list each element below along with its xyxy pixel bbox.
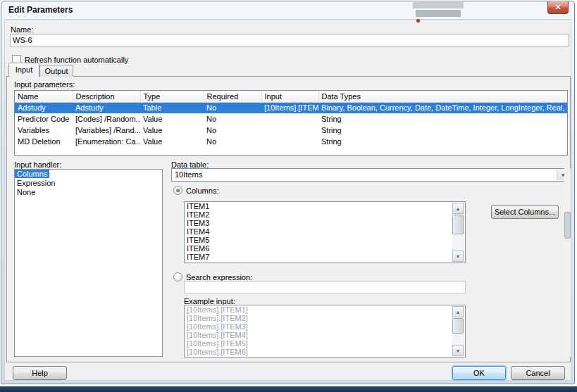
dialog-body: Name: Refresh function automatically Inp… [4, 19, 571, 381]
list-item: [10Items].[ITEM5] [185, 339, 453, 348]
cell-required: No [204, 113, 261, 125]
search-expression-radio[interactable] [173, 272, 182, 282]
scrollbar-thumb[interactable] [452, 318, 464, 334]
input-tab-page: Input parameters: Name Description Typ [6, 76, 571, 362]
example-input-list: [10Items].[ITEM1] [10Items].[ITEM2] [10I… [184, 305, 466, 358]
list-item[interactable]: Columns [15, 170, 162, 179]
scroll-down-icon: ▼ [456, 348, 461, 353]
input-parameters-label: Input parameters: [14, 80, 75, 89]
list-item[interactable]: ITEM3 [185, 219, 453, 227]
redacted-area [416, 10, 461, 17]
columns-radio-label: Columns: [186, 186, 218, 195]
redacted-area [413, 2, 464, 8]
scroll-down-button[interactable]: ▼ [452, 345, 464, 356]
title-bar[interactable]: Edit Parameters ✕ [1, 1, 574, 19]
list-item[interactable]: Expression [15, 179, 162, 188]
tab-input[interactable]: Input [8, 63, 39, 77]
columns-list-items: ITEM1 ITEM2 ITEM3 ITEM4 ITEM5 ITEM6 ITEM… [185, 202, 453, 263]
cell-type: Value [140, 136, 204, 147]
cell-data-types: String [318, 136, 567, 147]
table-row[interactable]: Predictor Code [Codes] /Random... Value … [15, 113, 567, 125]
background-window-edge [0, 386, 577, 392]
data-table-select[interactable]: 10Items ▼ [171, 168, 570, 182]
columns-radio[interactable] [173, 186, 182, 195]
list-item: [10Items].[ITEM2] [185, 314, 453, 322]
scroll-down-button[interactable]: ▼ [452, 251, 464, 262]
input-handler-list: Columns Expression None [14, 169, 163, 357]
columns-list-scrollbar[interactable]: ▲ ▼ [452, 203, 464, 262]
scroll-up-button[interactable]: ▲ [452, 306, 464, 317]
ok-button[interactable]: OK [452, 366, 506, 380]
cell-description: [Codes] /Random... [73, 113, 140, 125]
scroll-down-icon: ▼ [456, 254, 461, 259]
column-header-required[interactable]: Required [204, 91, 261, 102]
select-columns-button[interactable]: Select Columns... [491, 205, 559, 219]
cell-description: [Variables] /Rand... [73, 125, 140, 136]
cell-type: Value [140, 125, 204, 136]
column-header-input[interactable]: Input [261, 91, 318, 102]
tab-output[interactable]: Output [39, 65, 73, 77]
example-input-items: [10Items].[ITEM1] [10Items].[ITEM2] [10I… [185, 305, 453, 356]
cell-type: Table [140, 102, 204, 113]
red-dot [416, 19, 420, 23]
edit-parameters-dialog: Edit Parameters ✕ Name: Refresh function… [1, 1, 575, 384]
table-header-row: Name Description Type Required Input Dat… [15, 91, 567, 102]
list-item: [10Items].[ITEM1] [185, 305, 453, 314]
scrollbar-thumb[interactable] [452, 215, 464, 234]
column-header-name[interactable]: Name [15, 91, 73, 102]
table-row[interactable]: MD Deletion [Enumeration: Ca... Value No… [15, 136, 567, 147]
table-row[interactable]: Adstudy Adstudy Table No [10Items].[ITEM… [15, 102, 567, 113]
list-item[interactable]: ITEM7 [185, 253, 453, 261]
table-row[interactable]: Variables [Variables] /Rand... Value No … [15, 125, 567, 136]
scroll-up-button[interactable]: ▲ [452, 203, 464, 214]
cell-required: No [204, 136, 261, 147]
cell-description: Adstudy [73, 102, 140, 113]
cell-name: Adstudy [15, 102, 73, 113]
close-button[interactable]: ✕ [547, 1, 569, 14]
close-icon: ✕ [554, 3, 561, 11]
cell-data-types: String [318, 125, 567, 136]
list-item[interactable]: ITEM5 [185, 236, 453, 244]
column-header-data-types[interactable]: Data Types [318, 91, 567, 102]
panel-scrollbar[interactable] [564, 168, 571, 357]
column-header-type[interactable]: Type [140, 91, 204, 102]
data-table-value: 10Items [175, 170, 202, 179]
cell-input [261, 125, 318, 136]
screen: Edit Parameters ✕ Name: Refresh function… [0, 0, 577, 392]
cell-data-types: String [318, 113, 567, 125]
list-item[interactable]: ITEM8 [185, 261, 453, 263]
input-parameters-table: Name Description Type Required Input Dat… [14, 90, 568, 156]
cell-type: Value [140, 113, 204, 125]
panel-scrollbar-thumb[interactable] [564, 212, 571, 239]
cell-description: [Enumeration: Ca... [73, 136, 140, 147]
name-label: Name: [11, 25, 33, 34]
list-item: [10Items].[ITEM3] [185, 322, 453, 331]
cell-input [261, 136, 318, 147]
columns-list: ITEM1 ITEM2 ITEM3 ITEM4 ITEM5 ITEM6 ITEM… [184, 201, 466, 263]
cancel-button[interactable]: Cancel [511, 366, 565, 380]
list-item[interactable]: ITEM4 [185, 227, 453, 236]
example-list-scrollbar[interactable]: ▲ ▼ [452, 306, 464, 356]
cell-required: No [204, 125, 261, 136]
list-item[interactable]: ITEM2 [185, 210, 453, 219]
name-input[interactable] [10, 34, 569, 46]
refresh-checkbox-label: Refresh function automatically [25, 56, 128, 64]
scroll-up-icon: ▲ [456, 206, 461, 211]
column-header-description[interactable]: Description [73, 91, 140, 102]
help-button[interactable]: Help [13, 366, 67, 380]
list-item[interactable]: ITEM6 [185, 244, 453, 253]
cell-name: Variables [15, 125, 73, 136]
cell-input [261, 113, 318, 125]
dialog-title: Edit Parameters [8, 5, 73, 15]
list-item: [10Items].[ITEM6] [185, 348, 453, 356]
cell-input: [10Items].[ITEM1]... [261, 102, 318, 113]
cell-data-types: Binary, Boolean, Currency, Date, DateTim… [318, 102, 567, 113]
list-item[interactable]: ITEM1 [185, 202, 453, 210]
search-expression-input[interactable] [184, 281, 466, 293]
cell-name: Predictor Code [15, 113, 73, 125]
input-handler-label: Input handler: [14, 160, 61, 169]
cell-required: No [204, 102, 261, 113]
list-item[interactable]: None [15, 188, 162, 197]
cell-name: MD Deletion [15, 136, 73, 147]
scroll-up-icon: ▲ [456, 310, 461, 315]
